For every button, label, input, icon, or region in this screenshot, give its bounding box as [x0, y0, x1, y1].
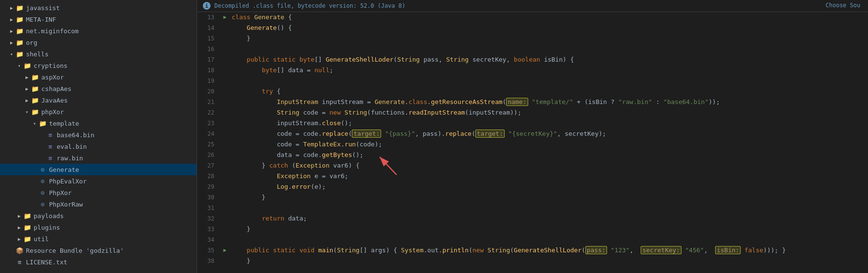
sidebar-item-util[interactable]: ▶📁util [0, 233, 197, 245]
tree-item-label: Generate [49, 166, 197, 173]
tree-item-label: org [26, 39, 197, 46]
file-tree[interactable]: ▶📁javassist▶📁META-INF▶📁net.miginfocom▶📁o… [0, 0, 197, 273]
tree-arrow: ▶ [23, 86, 31, 91]
info-text: Decompiled .class file, bytecode version… [214, 2, 405, 9]
resource-icon: 📦 [15, 247, 24, 254]
tree-arrow: ▾ [23, 109, 31, 115]
sidebar-item-resource-bundle[interactable]: 📦Resource Bundle 'godzilla' [0, 245, 197, 256]
tree-arrow: ▶ [23, 75, 31, 80]
sidebar-item-rawbin[interactable]: ≡raw.bin [0, 152, 197, 164]
folder-icon: 📁 [23, 224, 32, 231]
tree-item-label: cryptions [34, 62, 197, 69]
sidebar-item-meta-inf[interactable]: ▶📁META-INF [0, 13, 197, 25]
tree-arrow: ▶ [8, 40, 15, 45]
info-icon: i [203, 2, 211, 10]
sidebar-item-license[interactable]: ≡LICENSE.txt [0, 256, 197, 268]
file-icon: ≡ [46, 143, 55, 150]
line-number: 14 [197, 23, 220, 33]
tree-item-label: LICENSE.txt [26, 259, 197, 266]
tree-item-label: base64.bin [57, 131, 197, 139]
line-content: inputStream.close(); [230, 118, 868, 129]
file-icon: ≡ [46, 155, 55, 162]
line-number: 19 [197, 76, 220, 86]
sidebar-item-net-miginfocom[interactable]: ▶📁net.miginfocom [0, 25, 197, 37]
sidebar-item-aspxor[interactable]: ▶📁aspXor [0, 71, 197, 83]
run-icon[interactable]: ▶ [223, 245, 227, 256]
class-icon: ⊙ [38, 201, 47, 208]
folder-icon: 📁 [31, 74, 39, 81]
line-number: 34 [197, 234, 220, 245]
sidebar-item-cshapAes[interactable]: ▶📁cshapAes [0, 83, 197, 94]
tree-item-label: javassist [26, 4, 197, 12]
sidebar-item-base64bin[interactable]: ≡base64.bin [0, 129, 197, 141]
line-content: InputStream inputStream = Generate.class… [230, 97, 868, 107]
line-number: 25 [197, 139, 220, 150]
sidebar-item-phpxor[interactable]: ▾📁phpXor [0, 106, 197, 117]
tree-item-label: JavaAes [41, 97, 197, 104]
sidebar-item-payloads[interactable]: ▶📁payloads [0, 210, 197, 221]
line-gutter[interactable]: ▶ [220, 245, 230, 256]
code-line: 18 byte[] data = null; [197, 65, 868, 76]
tree-item-label: phpXor [41, 108, 197, 116]
folder-icon: 📁 [23, 62, 32, 69]
code-line: 29 Log.error(e); [197, 182, 868, 192]
line-number: 33 [197, 224, 220, 234]
line-content: Generate() { [230, 23, 868, 33]
line-content: } [230, 256, 868, 266]
tree-arrow: ▾ [31, 121, 38, 126]
tree-item-label: PhpEvalXor [49, 178, 197, 185]
line-number: 27 [197, 160, 220, 171]
tree-item-label: Resource Bundle 'godzilla' [26, 247, 197, 254]
line-number: 31 [197, 203, 220, 213]
tree-item-label: PhpXorRaw [49, 201, 197, 208]
code-editor[interactable]: 13▶class Generate {14 Generate() {15 }16… [197, 12, 868, 273]
class-icon: ⊙ [38, 178, 47, 185]
sidebar-item-PhpEvalXor[interactable]: ⊙PhpEvalXor [0, 175, 197, 187]
line-number: 29 [197, 182, 220, 192]
sidebar-item-javassist[interactable]: ▶📁javassist [0, 2, 197, 13]
code-line: 14 Generate() { [197, 23, 868, 33]
tree-item-label: net.miginfocom [26, 27, 197, 35]
line-content: data = code.getBytes(); [230, 150, 868, 160]
tree-item-label: eval.bin [57, 143, 197, 150]
sidebar-item-Generate[interactable]: ⊙Generate [0, 164, 197, 175]
sidebar-item-shells[interactable]: ▾📁shells [0, 48, 197, 60]
code-line: 38 } [197, 256, 868, 266]
info-bar: i Decompiled .class file, bytecode versi… [197, 0, 868, 12]
line-content: public static byte[] GenerateShellLoder(… [230, 54, 868, 65]
tree-item-label: shells [26, 51, 197, 58]
code-line: 31 [197, 203, 868, 213]
tree-item-label: util [34, 235, 197, 243]
line-number: 28 [197, 171, 220, 182]
code-line: 13▶class Generate { [197, 12, 868, 23]
code-line: 27 } catch (Exception var6) { [197, 160, 868, 171]
line-number: 20 [197, 86, 220, 97]
code-line: 19 [197, 76, 868, 86]
sidebar-item-plugins[interactable]: ▶📁plugins [0, 221, 197, 233]
run-icon[interactable]: ▶ [223, 12, 227, 23]
folder-icon: 📁 [15, 4, 24, 12]
line-number: 26 [197, 150, 220, 160]
line-content: Exception e = var6; [230, 171, 868, 182]
code-line: 21 InputStream inputStream = Generate.cl… [197, 97, 868, 107]
code-line: 22 String code = new String(functions.re… [197, 107, 868, 118]
line-number: 24 [197, 129, 220, 139]
line-number: 21 [197, 97, 220, 107]
line-number: 30 [197, 192, 220, 203]
tree-item-label: aspXor [41, 74, 197, 81]
sidebar-item-PhpXor[interactable]: ⊙PhpXor [0, 187, 197, 198]
sidebar-item-JavaAes[interactable]: ▶📁JavaAes [0, 94, 197, 106]
line-content: code = code.replace(target: "{pass}", pa… [230, 129, 868, 139]
file-icon: ≡ [15, 259, 24, 266]
line-content: try { [230, 86, 868, 97]
sidebar-item-evalbin[interactable]: ≡eval.bin [0, 141, 197, 152]
sidebar-item-org[interactable]: ▶📁org [0, 37, 197, 48]
sidebar-item-template[interactable]: ▾📁template [0, 117, 197, 129]
line-gutter[interactable]: ▶ [220, 12, 230, 23]
line-number: 16 [197, 44, 220, 54]
code-line: 24 code = code.replace(target: "{pass}",… [197, 129, 868, 139]
sidebar-item-cryptions[interactable]: ▾📁cryptions [0, 60, 197, 71]
sidebar-item-PhpXorRaw[interactable]: ⊙PhpXorRaw [0, 198, 197, 210]
choose-source-button[interactable]: Choose Sou [818, 0, 868, 11]
line-number: 18 [197, 65, 220, 76]
